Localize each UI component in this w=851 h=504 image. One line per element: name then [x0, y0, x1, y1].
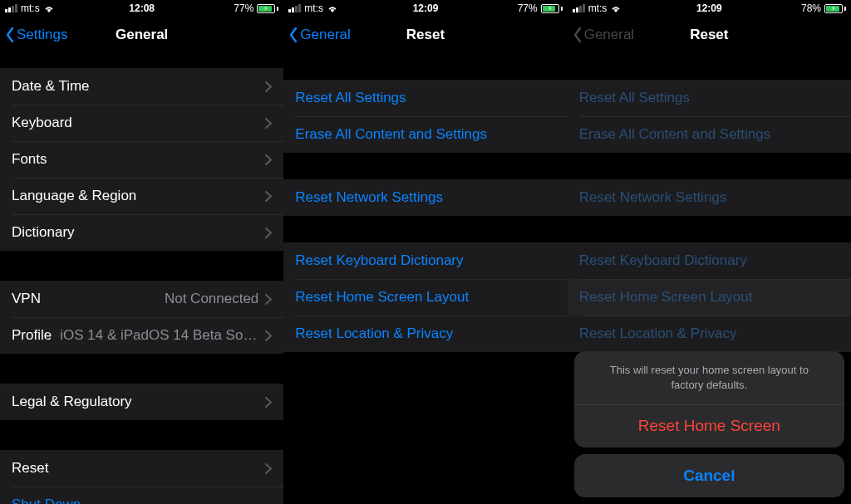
- chevron-left-icon: [573, 27, 583, 43]
- cell-legal-regulatory[interactable]: Legal & Regulatory: [0, 384, 283, 420]
- cell-reset-location-privacy[interactable]: Reset Location & Privacy: [568, 316, 851, 352]
- wifi-icon: [610, 4, 622, 12]
- cell-reset-keyboard-dict[interactable]: Reset Keyboard Dictionary: [283, 242, 567, 279]
- profile-detail: iOS 14 & iPadOS 14 Beta Softwar...: [60, 327, 258, 344]
- battery-pct-label: 77%: [518, 2, 538, 14]
- reset-group-1: Reset All Settings Erase All Content and…: [568, 80, 851, 153]
- group-locale: Date & Time Keyboard Fonts Language & Re…: [0, 68, 283, 251]
- sheet-cancel-button[interactable]: Cancel: [574, 454, 844, 497]
- sheet-message: This will reset your home screen layout …: [574, 351, 844, 404]
- carrier-label: mt:s: [21, 2, 40, 14]
- chevron-right-icon: [265, 463, 272, 474]
- nav-bar: Settings General: [0, 17, 283, 53]
- cell-reset-home-layout[interactable]: Reset Home Screen Layout: [283, 279, 567, 316]
- cell-reset-keyboard-dict[interactable]: Reset Keyboard Dictionary: [568, 242, 851, 279]
- reset-group-3: Reset Keyboard Dictionary Reset Home Scr…: [283, 242, 567, 352]
- chevron-right-icon: [265, 154, 272, 165]
- chevron-right-icon: [265, 330, 272, 341]
- chevron-right-icon: [265, 81, 272, 92]
- cell-reset-all-settings[interactable]: Reset All Settings: [283, 80, 567, 116]
- cell-reset-all-settings[interactable]: Reset All Settings: [568, 80, 851, 116]
- wifi-icon: [43, 4, 55, 12]
- cell-reset-network[interactable]: Reset Network Settings: [568, 179, 851, 216]
- clock-label: 12:09: [696, 2, 722, 14]
- signal-icon: [5, 4, 17, 12]
- battery-icon: ⚡︎: [824, 4, 846, 13]
- reset-group-2: Reset Network Settings: [283, 179, 567, 216]
- cell-fonts[interactable]: Fonts: [0, 141, 283, 178]
- nav-title: Reset: [690, 27, 728, 43]
- chevron-right-icon: [265, 228, 272, 238]
- cell-reset-location-privacy[interactable]: Reset Location & Privacy: [283, 316, 567, 352]
- battery-pct-label: 77%: [234, 2, 253, 14]
- cell-keyboard[interactable]: Keyboard: [0, 105, 283, 141]
- back-label: General: [584, 27, 634, 43]
- signal-icon: [288, 4, 301, 12]
- back-button[interactable]: General: [568, 27, 634, 43]
- battery-icon: ⚡︎: [541, 4, 563, 13]
- back-button[interactable]: General: [283, 27, 350, 43]
- reset-group-1: Reset All Settings Erase All Content and…: [283, 80, 567, 153]
- phone-general: mt:s 12:08 77% ⚡︎ Settings General Date …: [0, 0, 283, 504]
- cell-dictionary[interactable]: Dictionary: [0, 214, 283, 251]
- reset-group-3: Reset Keyboard Dictionary Reset Home Scr…: [568, 242, 851, 352]
- status-bar: mt:s 12:09 77% ⚡︎: [283, 0, 567, 17]
- action-sheet: This will reset your home screen layout …: [574, 351, 844, 497]
- battery-icon: ⚡︎: [257, 4, 278, 13]
- cell-profile[interactable]: ProfileiOS 14 & iPadOS 14 Beta Softwar..…: [0, 317, 283, 354]
- back-button[interactable]: Settings: [0, 27, 67, 43]
- reset-group-2: Reset Network Settings: [568, 179, 851, 216]
- cell-erase-all-content[interactable]: Erase All Content and Settings: [283, 116, 567, 153]
- back-label: General: [300, 27, 350, 43]
- sheet-reset-home-button[interactable]: Reset Home Screen: [574, 404, 844, 448]
- signal-icon: [573, 4, 585, 12]
- group-vpn-profile: VPNNot Connected ProfileiOS 14 & iPadOS …: [0, 281, 283, 354]
- carrier-label: mt:s: [588, 2, 608, 14]
- nav-bar: General Reset: [283, 17, 567, 53]
- phone-reset: mt:s 12:09 77% ⚡︎ General Reset Reset Al…: [283, 0, 567, 504]
- group-reset-shutdown: Reset Shut Down: [0, 450, 283, 504]
- group-legal: Legal & Regulatory: [0, 384, 283, 420]
- chevron-left-icon: [288, 27, 298, 43]
- nav-title: General: [116, 27, 168, 43]
- cell-reset[interactable]: Reset: [0, 450, 283, 487]
- chevron-right-icon: [265, 118, 272, 129]
- phone-reset-confirm: mt:s 12:09 78% ⚡︎ General Reset Reset Al…: [568, 0, 851, 504]
- status-bar: mt:s 12:09 78% ⚡︎: [568, 0, 851, 17]
- status-bar: mt:s 12:08 77% ⚡︎: [0, 0, 283, 17]
- nav-bar: General Reset: [568, 17, 851, 53]
- clock-label: 12:08: [129, 2, 155, 14]
- back-label: Settings: [17, 27, 67, 43]
- cell-date-time[interactable]: Date & Time: [0, 68, 283, 105]
- clock-label: 12:09: [413, 2, 439, 14]
- battery-pct-label: 78%: [801, 2, 821, 14]
- carrier-label: mt:s: [304, 2, 323, 14]
- chevron-left-icon: [5, 27, 15, 43]
- chevron-right-icon: [265, 294, 272, 305]
- nav-title: Reset: [406, 27, 445, 43]
- cell-language-region[interactable]: Language & Region: [0, 178, 283, 214]
- cell-reset-home-layout[interactable]: Reset Home Screen Layout: [568, 279, 851, 316]
- chevron-right-icon: [265, 191, 272, 202]
- cell-shut-down[interactable]: Shut Down: [0, 487, 283, 504]
- chevron-right-icon: [265, 397, 272, 408]
- wifi-icon: [327, 4, 338, 12]
- cell-erase-all-content[interactable]: Erase All Content and Settings: [568, 116, 851, 153]
- cell-reset-network[interactable]: Reset Network Settings: [283, 179, 567, 216]
- cell-vpn[interactable]: VPNNot Connected: [0, 281, 283, 317]
- vpn-status: Not Connected: [41, 291, 258, 307]
